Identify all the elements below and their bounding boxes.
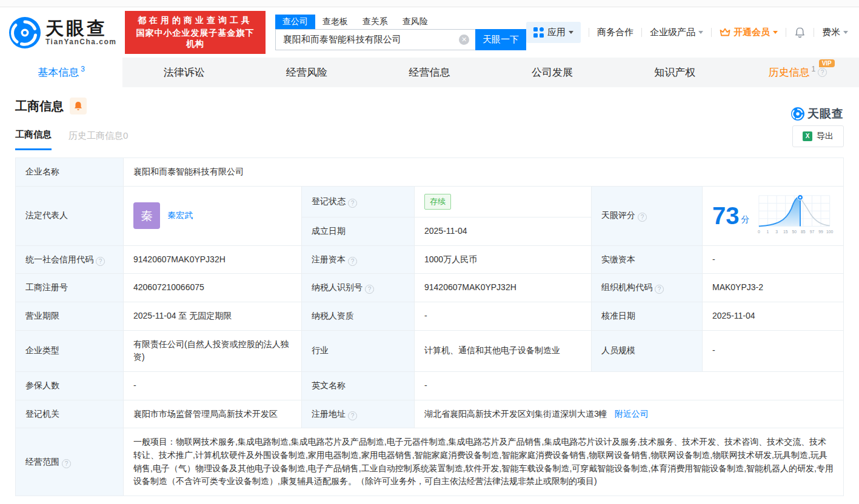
svg-text:3: 3 <box>775 230 778 234</box>
site-header: 天眼查 TianYanCha.com 都在用的商业查询工具 国家中小企业发展子基… <box>0 7 859 58</box>
table-row: 经营范围? 一般项目：物联网技术服务,集成电路制造,集成电路芯片及产品制造,电子… <box>16 428 844 496</box>
svg-text:85: 85 <box>801 230 806 234</box>
field-label: 法定代表人 <box>16 186 124 245</box>
field-label: 注册地址? <box>302 400 415 428</box>
bell-icon <box>74 101 82 111</box>
registration-authority-value: 襄阳市市场监督管理局高新技术开发区 <box>124 400 302 428</box>
subtab-history-business-info[interactable]: 历史工商信息0 <box>69 130 128 150</box>
tab-count-badge: 3 <box>81 65 85 73</box>
vip-badge: VIP <box>819 59 835 67</box>
field-label: 参保人数 <box>16 371 124 400</box>
nav-notifications[interactable] <box>794 27 806 38</box>
taxpayer-qualification-value: - <box>415 302 592 330</box>
field-label: 核准日期 <box>592 302 703 330</box>
tab-intellectual-property[interactable]: 知识产权 <box>613 58 736 87</box>
nav-user-menu[interactable]: 费米 <box>822 27 848 38</box>
score-unit: 分 <box>741 213 750 227</box>
svg-text:99: 99 <box>818 230 823 234</box>
svg-text:15: 15 <box>783 230 787 234</box>
legal-representative-link[interactable]: 秦宏武 <box>167 209 193 222</box>
search-tab-boss[interactable]: 查老板 <box>315 15 355 29</box>
export-button[interactable]: X 导出 <box>792 125 844 147</box>
nav-enterprise-products[interactable]: 企业级产品 <box>650 27 703 38</box>
registration-status-cell: 存续 <box>415 186 592 217</box>
field-label: 纳税人资质 <box>302 302 415 330</box>
search-tab-relation[interactable]: 查关系 <box>355 15 395 29</box>
search-tabs: 查公司 查老板 查关系 查风险 <box>275 15 526 29</box>
field-label: 注册资本? <box>302 245 415 274</box>
organization-code-value: MAK0YPJ3-2 <box>703 274 844 302</box>
search-input[interactable] <box>275 29 475 50</box>
nearby-companies-link[interactable]: 附近公司 <box>615 409 649 419</box>
tianyancha-logo-icon <box>791 107 804 121</box>
establish-date-value: 2025-11-04 <box>415 217 592 245</box>
avatar[interactable]: 秦 <box>133 202 160 229</box>
table-row: 工商注册号 420607210066075 纳税人识别号? 91420607MA… <box>16 274 844 302</box>
tianyancha-logo[interactable]: 天眼查 TianYanCha.com <box>9 17 116 48</box>
registration-number-value: 420607210066075 <box>124 274 302 302</box>
help-icon[interactable]: ? <box>348 411 357 420</box>
paid-capital-value: - <box>703 245 844 274</box>
table-row: 统一社会信用代码? 91420607MAK0YPJ32H 注册资本? 1000万… <box>16 245 844 274</box>
divider <box>786 28 786 37</box>
help-icon[interactable]: ? <box>348 199 357 208</box>
monitor-bell-button[interactable] <box>70 98 87 114</box>
bell-icon <box>794 27 806 38</box>
table-row: 参保人数 - 英文名称 - <box>16 371 844 400</box>
page-top-strip <box>0 0 859 7</box>
field-label: 统一社会信用代码? <box>16 245 124 274</box>
brand-slogan: 都在用的商业查询工具 国家中小企业发展子基金旗下机构 <box>125 11 265 54</box>
table-row: 登记机关 襄阳市市场监督管理局高新技术开发区 注册地址? 湖北省襄阳高新技术开发… <box>16 400 844 428</box>
table-row: 营业期限 2025-11-04 至 无固定期限 纳税人资质 - 核准日期 202… <box>16 302 844 330</box>
help-icon[interactable]: ? <box>62 459 71 468</box>
search-tab-company[interactable]: 查公司 <box>275 15 315 29</box>
search-tab-risk[interactable]: 查风险 <box>395 15 435 29</box>
help-icon[interactable]: ? <box>96 257 105 266</box>
registered-capital-value: 1000万人民币 <box>415 245 592 274</box>
status-badge: 存续 <box>424 194 451 210</box>
tab-count-badge: 1 <box>811 65 815 73</box>
table-row: 企业名称 襄阳和而泰智能科技有限公司 <box>16 158 844 187</box>
tab-operation-risk[interactable]: 经营风险 <box>246 58 368 87</box>
clear-search-icon[interactable]: ✕ <box>459 35 469 45</box>
field-label: 组织机构代码? <box>592 274 703 302</box>
help-icon[interactable]: ? <box>348 257 357 266</box>
subtab-business-info[interactable]: 工商信息 <box>15 129 52 150</box>
business-info-table: 企业名称 襄阳和而泰智能科技有限公司 法定代表人 秦 秦宏武 登记状态? 存续 … <box>15 158 844 496</box>
chevron-down-icon <box>843 31 848 34</box>
help-icon[interactable]: ? <box>818 68 827 77</box>
tab-operation-info[interactable]: 经营信息 <box>368 58 490 87</box>
nav-business-cooperation[interactable]: 商务合作 <box>597 27 633 38</box>
table-row: 法定代表人 秦 秦宏武 登记状态? 存续 天眼评分? 73 分 <box>16 186 844 217</box>
tab-legal-proceedings[interactable]: 法律诉讼 <box>122 58 245 87</box>
field-label: 纳税人识别号? <box>302 274 415 302</box>
divider <box>641 28 642 37</box>
tianyan-score-cell[interactable]: 73 分 <box>703 186 844 245</box>
field-label: 人员规模 <box>592 330 703 371</box>
company-tab-bar: 基本信息 3 法律诉讼 经营风险 经营信息 公司发展 知识产权 VIP 历史信息… <box>0 58 859 87</box>
approval-date-value: 2025-11-04 <box>703 302 844 330</box>
help-icon[interactable]: ? <box>655 285 664 294</box>
tab-company-development[interactable]: 公司发展 <box>491 58 613 87</box>
table-row: 企业类型 有限责任公司(自然人投资或控股的法人独资) 行业 计算机、通信和其他电… <box>16 330 844 371</box>
chevron-down-icon <box>773 31 778 34</box>
chevron-down-icon <box>569 31 573 34</box>
section-title: 工商信息 <box>15 98 64 114</box>
help-icon[interactable]: ? <box>638 213 647 222</box>
help-icon[interactable]: ? <box>365 285 374 294</box>
field-label: 登记状态? <box>302 186 415 217</box>
brand-domain: TianYanCha.com <box>45 38 116 46</box>
field-label: 工商注册号 <box>16 274 124 302</box>
nav-apps[interactable]: 应用 <box>526 22 581 43</box>
field-label: 经营范围? <box>16 428 124 496</box>
chevron-down-icon <box>698 31 703 34</box>
tianyancha-logo-icon <box>9 17 41 48</box>
field-label: 天眼评分? <box>592 186 703 245</box>
nav-open-vip[interactable]: 开通会员 <box>720 27 778 38</box>
search-button[interactable]: 天眼一下 <box>475 29 526 50</box>
svg-text:1: 1 <box>766 230 769 234</box>
apps-grid-icon <box>533 27 544 38</box>
tab-history-info[interactable]: VIP 历史信息 1 ? <box>737 58 859 87</box>
divider <box>711 28 712 37</box>
tab-basic-info[interactable]: 基本信息 3 <box>0 58 122 87</box>
